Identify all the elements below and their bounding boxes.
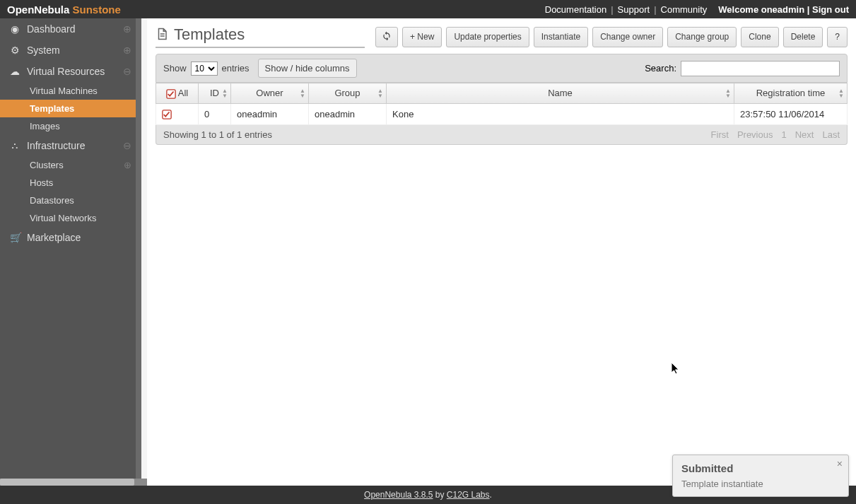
nav-vms[interactable]: Virtual Machines: [0, 82, 141, 100]
nav-system-label: System: [27, 45, 60, 56]
col-checkbox[interactable]: All: [156, 83, 199, 104]
toast-close-button[interactable]: ×: [837, 458, 843, 469]
cell-group: oneadmin: [309, 103, 387, 125]
pager-page[interactable]: 1: [781, 129, 786, 140]
nav-marketplace[interactable]: 🛒Marketplace: [0, 227, 141, 248]
col-owner-label: Owner: [256, 88, 283, 98]
sort-icon: ▲▼: [222, 88, 228, 98]
welcome-area: Welcome oneadmin | Sign out: [718, 4, 849, 15]
top-right: Documentation| Support| Community Welcom…: [541, 4, 849, 15]
clone-button[interactable]: Clone: [741, 27, 778, 47]
link-community[interactable]: Community: [657, 4, 712, 15]
page-title: Templates: [174, 25, 245, 44]
pager-next[interactable]: Next: [795, 129, 814, 140]
nav-dashboard-label: Dashboard: [27, 23, 76, 35]
cell-owner: oneadmin: [231, 103, 309, 125]
toast-notification: × Submitted Template instantiate: [672, 455, 849, 497]
templates-table: All ID▲▼ Owner▲▼ Group▲▼ Name▲▼ Registra…: [156, 83, 848, 125]
nav-vnets-label: Virtual Networks: [30, 213, 96, 223]
sidebar-scrollbar[interactable]: [0, 479, 147, 486]
sort-icon: ▲▼: [725, 88, 731, 98]
nav-marketplace-label: Marketplace: [27, 232, 81, 243]
nav-hosts[interactable]: Hosts: [0, 174, 141, 192]
checkbox-all-icon[interactable]: [166, 89, 176, 99]
sort-icon: ▲▼: [838, 88, 844, 98]
col-group-label: Group: [334, 88, 360, 98]
nav-images[interactable]: Images: [0, 117, 141, 135]
nav-clusters-label: Clusters: [30, 160, 64, 170]
plus-icon: ⊕: [123, 45, 131, 55]
sidebar: ◉Dashboard ⊕ ⚙System ⊕ ☁Virtual Resource…: [0, 18, 141, 486]
dashboard-icon: ◉: [10, 23, 20, 35]
link-documentation[interactable]: Documentation: [541, 4, 611, 15]
table-info: Showing 1 to 1 of 1 entries: [163, 129, 272, 140]
nav-vms-label: Virtual Machines: [30, 86, 98, 96]
col-group[interactable]: Group▲▼: [309, 83, 387, 104]
cloud-icon: ☁: [10, 66, 20, 77]
pager-previous[interactable]: Previous: [737, 129, 773, 140]
pager-first[interactable]: First: [711, 129, 729, 140]
col-all-label: All: [178, 88, 188, 98]
plus-icon: ⊕: [124, 160, 131, 170]
nav-dashboard[interactable]: ◉Dashboard ⊕: [0, 18, 141, 40]
chown-button[interactable]: Change owner: [592, 27, 663, 47]
search-box: Search:: [645, 61, 840, 76]
scrollbar-thumb[interactable]: [0, 479, 134, 486]
col-regtime-label: Registration time: [756, 88, 826, 98]
nav-vr-label: Virtual Resources: [27, 66, 105, 77]
footer-vendor-link[interactable]: C12G Labs: [447, 490, 490, 500]
col-name[interactable]: Name▲▼: [387, 83, 734, 104]
table-row[interactable]: 0 oneadmin oneadmin Kone 23:57:50 11/06/…: [156, 103, 848, 125]
table-header-row: All ID▲▼ Owner▲▼ Group▲▼ Name▲▼ Registra…: [156, 83, 848, 104]
nav-clusters[interactable]: Clusters⊕: [0, 156, 141, 174]
nav-vnets[interactable]: Virtual Networks: [0, 209, 141, 227]
update-button[interactable]: Update properties: [446, 27, 529, 47]
sep: |: [807, 4, 812, 15]
footer-period: .: [490, 490, 492, 500]
brand-prefix: OpenNebula: [7, 4, 69, 16]
footer-by: by: [433, 490, 447, 500]
table-controls: Show 10 entries Show / hide columns Sear…: [156, 54, 848, 83]
pager-last[interactable]: Last: [822, 129, 840, 140]
footer-product-link[interactable]: OpenNebula 3.8.5: [364, 490, 433, 500]
nav-infrastructure[interactable]: ⛬Infrastructure ⊖: [0, 135, 141, 156]
brand-suffix: Sunstone: [73, 4, 121, 16]
signout-link[interactable]: Sign out: [812, 4, 849, 15]
col-owner[interactable]: Owner▲▼: [231, 83, 309, 104]
show-hide-columns-button[interactable]: Show / hide columns: [258, 59, 357, 78]
nav-templates-label: Templates: [30, 103, 74, 114]
link-support[interactable]: Support: [614, 4, 655, 15]
top-bar: OpenNebula Sunstone Documentation| Suppo…: [0, 0, 856, 18]
nav-datastores-label: Datastores: [30, 195, 74, 206]
cell-id: 0: [199, 103, 231, 125]
table-footer: Showing 1 to 1 of 1 entries First Previo…: [156, 125, 848, 145]
col-id-label: ID: [210, 88, 219, 98]
chgrp-button[interactable]: Change group: [667, 27, 737, 47]
plus-icon: ⊕: [123, 24, 131, 34]
toast-body: Template instantiate: [681, 479, 840, 489]
search-input[interactable]: [681, 61, 840, 76]
refresh-icon: [382, 33, 392, 43]
refresh-button[interactable]: [375, 27, 398, 47]
col-id[interactable]: ID▲▼: [199, 83, 231, 104]
toast-title: Submitted: [681, 462, 840, 474]
nav-system[interactable]: ⚙System ⊕: [0, 40, 141, 61]
instantiate-button[interactable]: Instantiate: [534, 27, 588, 47]
nav-datastores[interactable]: Datastores: [0, 192, 141, 209]
nav-infra-label: Infrastructure: [27, 140, 85, 151]
welcome-text: Welcome oneadmin: [718, 4, 804, 15]
logo: OpenNebula Sunstone: [7, 4, 121, 16]
sort-icon: ▲▼: [377, 88, 383, 98]
col-regtime[interactable]: Registration time▲▼: [734, 83, 848, 104]
gears-icon: ⚙: [10, 45, 20, 56]
nav-virtual-resources[interactable]: ☁Virtual Resources ⊖: [0, 61, 141, 82]
help-button[interactable]: ?: [827, 27, 848, 47]
nav-templates[interactable]: Templates: [0, 100, 141, 117]
row-checkbox-icon[interactable]: [162, 110, 172, 119]
page-size-select[interactable]: 10: [191, 61, 218, 76]
cell-regtime: 23:57:50 11/06/2014: [734, 103, 848, 125]
new-button[interactable]: + New: [402, 27, 442, 47]
nav-images-label: Images: [30, 121, 60, 131]
delete-button[interactable]: Delete: [783, 27, 823, 47]
toolbar: + New Update properties Instantiate Chan…: [375, 27, 848, 47]
